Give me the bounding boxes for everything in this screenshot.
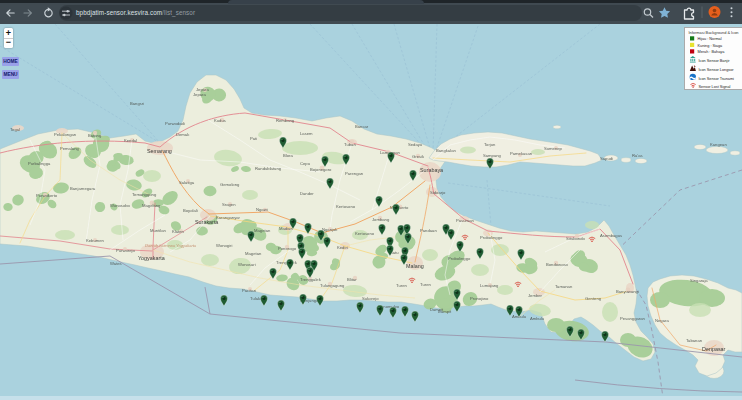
svg-text:Icon Sensor Tsunami: Icon Sensor Tsunami xyxy=(699,77,735,81)
svg-text:Nganjuk: Nganjuk xyxy=(322,227,338,232)
svg-text:Genteng: Genteng xyxy=(585,296,602,301)
svg-text:Bondowoso: Bondowoso xyxy=(546,262,569,267)
svg-text:Informasi Background & Icon: Informasi Background & Icon xyxy=(689,30,739,35)
svg-text:Semarang: Semarang xyxy=(147,148,172,154)
svg-text:Kediri: Kediri xyxy=(337,245,348,250)
svg-text:Hijau : Normal: Hijau : Normal xyxy=(698,37,722,41)
svg-text:Gemolong: Gemolong xyxy=(220,182,240,187)
svg-text:Gresik: Gresik xyxy=(412,154,425,159)
svg-text:Merah : Bahaya: Merah : Bahaya xyxy=(698,50,726,54)
svg-text:Pronojiwo: Pronojiwo xyxy=(470,296,489,301)
svg-text:Sumenep: Sumenep xyxy=(544,146,563,151)
svg-text:Purworejo: Purworejo xyxy=(116,248,136,253)
svg-text:Icon Sensor Longsor: Icon Sensor Longsor xyxy=(699,68,735,72)
svg-text:Kertosono: Kertosono xyxy=(355,231,375,236)
svg-text:Sampang: Sampang xyxy=(483,153,502,158)
svg-text:Lasem: Lasem xyxy=(300,131,313,136)
svg-text:Temanggung: Temanggung xyxy=(132,192,157,197)
svg-text:Tulungagung: Tulungagung xyxy=(320,283,345,288)
svg-text:Negara: Negara xyxy=(655,318,669,323)
svg-text:Kudus: Kudus xyxy=(214,118,226,123)
svg-text:Banyuwangi: Banyuwangi xyxy=(616,289,639,294)
svg-text:Denpasar: Denpasar xyxy=(702,346,726,352)
svg-text:Dander: Dander xyxy=(300,191,314,196)
svg-text:Kangean: Kangean xyxy=(710,142,727,147)
svg-text:Parengan: Parengan xyxy=(345,171,364,176)
svg-text:Magetan: Magetan xyxy=(245,251,262,256)
svg-text:Wonosari: Wonosari xyxy=(238,262,256,267)
svg-text:Turen: Turen xyxy=(396,283,407,288)
svg-text:Karanganyar: Karanganyar xyxy=(216,215,241,220)
svg-text:Situbondo: Situbondo xyxy=(566,236,586,241)
svg-text:Klaten: Klaten xyxy=(172,229,185,234)
svg-text:Blora: Blora xyxy=(283,153,293,158)
svg-text:Bancar: Bancar xyxy=(355,124,369,129)
svg-text:Cepu: Cepu xyxy=(300,161,311,166)
svg-text:Madiun: Madiun xyxy=(279,226,293,231)
svg-text:Randublatung: Randublatung xyxy=(255,166,282,171)
svg-text:Tegal: Tegal xyxy=(10,127,20,132)
svg-text:Magetan: Magetan xyxy=(254,228,271,233)
svg-text:Sensor Lost Signal: Sensor Lost Signal xyxy=(699,85,731,89)
svg-text:Pesanggaran: Pesanggaran xyxy=(620,316,646,321)
svg-text:Sedayu: Sedayu xyxy=(408,142,423,147)
svg-text:Jombang: Jombang xyxy=(372,217,390,222)
svg-text:Sapudi: Sapudi xyxy=(600,156,613,161)
svg-text:Turen: Turen xyxy=(420,282,431,287)
svg-text:Kertosono: Kertosono xyxy=(336,204,356,209)
svg-text:Kebumen: Kebumen xyxy=(86,238,105,243)
svg-text:Purwokerto: Purwokerto xyxy=(36,193,58,198)
svg-text:Dampit: Dampit xyxy=(430,307,444,312)
svg-text:Demak: Demak xyxy=(176,132,190,137)
svg-text:Pemalang: Pemalang xyxy=(60,146,80,151)
svg-text:Ambulu: Ambulu xyxy=(530,316,545,321)
svg-text:Kendal: Kendal xyxy=(124,138,137,143)
svg-text:Bangsri: Bangsri xyxy=(130,101,144,106)
svg-text:Ra'as: Ra'as xyxy=(632,153,643,158)
svg-text:MENU: MENU xyxy=(3,72,18,77)
svg-text:Sukorejo: Sukorejo xyxy=(362,296,379,301)
svg-text:Icon Sensor Banjir: Icon Sensor Banjir xyxy=(699,59,731,63)
svg-text:Tabanan: Tabanan xyxy=(686,338,703,343)
svg-text:Sragen: Sragen xyxy=(222,202,236,207)
svg-text:Jember: Jember xyxy=(528,293,543,298)
svg-text:Pasuruan: Pasuruan xyxy=(456,218,475,223)
svg-text:Sidoarjo: Sidoarjo xyxy=(430,190,446,195)
svg-text:Pacitan: Pacitan xyxy=(242,288,257,293)
svg-text:Jepara: Jepara xyxy=(196,87,209,92)
svg-text:Pandaan: Pandaan xyxy=(420,228,437,233)
svg-text:Malang: Malang xyxy=(406,263,424,269)
svg-text:Muntilan: Muntilan xyxy=(150,228,166,233)
svg-text:Pati: Pati xyxy=(250,136,257,141)
svg-text:Batang: Batang xyxy=(88,133,102,138)
svg-text:Tuban: Tuban xyxy=(344,142,356,147)
svg-text:Pekalongan: Pekalongan xyxy=(54,132,77,137)
svg-text:Pamekasan: Pamekasan xyxy=(510,151,533,156)
svg-text:Bangkalan: Bangkalan xyxy=(436,148,456,153)
svg-text:Probolinggo: Probolinggo xyxy=(448,256,471,261)
svg-text:Rembang: Rembang xyxy=(276,118,295,123)
svg-text:Blitar: Blitar xyxy=(347,277,357,282)
svg-text:Wonogiri: Wonogiri xyxy=(216,243,233,248)
svg-text:Wates: Wates xyxy=(110,261,122,266)
svg-text:Yogyakarta: Yogyakarta xyxy=(138,255,165,261)
svg-text:Probolinggo: Probolinggo xyxy=(480,235,503,240)
svg-text:Purwodadi: Purwodadi xyxy=(165,121,185,126)
svg-text:Ngawi: Ngawi xyxy=(256,207,268,212)
svg-text:Ponorogo: Ponorogo xyxy=(278,246,297,251)
svg-text:Lumajang: Lumajang xyxy=(480,283,499,288)
svg-text:Torjun: Torjun xyxy=(484,142,496,147)
svg-text:Asembagus: Asembagus xyxy=(600,233,622,238)
svg-text:Wonosobo: Wonosobo xyxy=(110,203,131,208)
svg-text:Jepara: Jepara xyxy=(193,92,206,97)
svg-text:Singaraja: Singaraja xyxy=(690,278,708,283)
svg-text:Kuning : Siaga: Kuning : Siaga xyxy=(698,44,724,48)
svg-text:Banjarnegara: Banjarnegara xyxy=(70,186,96,191)
svg-text:Bojonegoro: Bojonegoro xyxy=(310,167,332,172)
svg-text:Surakarta: Surakarta xyxy=(195,219,218,225)
svg-text:Salatiga: Salatiga xyxy=(179,180,195,185)
svg-text:Purbalingga: Purbalingga xyxy=(28,161,51,166)
svg-text:Tamanan: Tamanan xyxy=(555,284,573,289)
svg-text:Magelang: Magelang xyxy=(142,203,161,208)
svg-text:HOME: HOME xyxy=(3,59,18,64)
